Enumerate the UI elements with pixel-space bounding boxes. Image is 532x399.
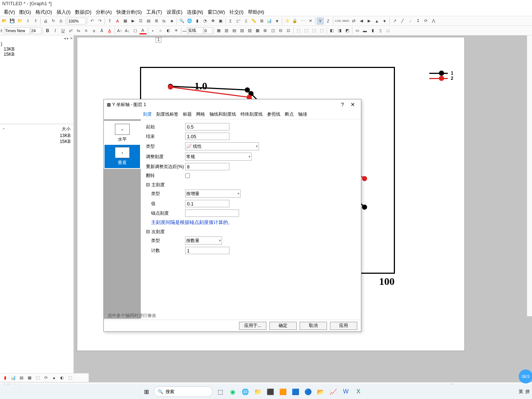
mt1-icon[interactable]: ▮ xyxy=(1,374,9,382)
type-select[interactable]: 📈 线性▾ xyxy=(185,142,259,150)
layer2-icon[interactable]: ▥ xyxy=(223,27,230,34)
net-icon[interactable]: ◈ xyxy=(168,17,175,25)
wand-icon[interactable]: ✨ xyxy=(283,17,291,25)
merge-icon[interactable]: ⊞ xyxy=(262,27,269,34)
app1-icon[interactable]: ⬛ xyxy=(265,386,276,397)
project-tree[interactable]: ◂ ▸ ✕ ) 13KB 15KB xyxy=(0,35,74,124)
point1-icon[interactable]: • xyxy=(149,27,157,34)
folder-tb-icon[interactable]: 📂 xyxy=(316,386,326,397)
grid3-icon[interactable]: ⊟ xyxy=(277,27,284,34)
linewidth-select[interactable] xyxy=(204,27,212,34)
maj-type-select[interactable]: 按增量▾ xyxy=(185,190,241,198)
w2-icon[interactable]: ▬ xyxy=(361,27,369,34)
cancel-button[interactable]: 取消 xyxy=(300,322,327,330)
text-icon[interactable]: T xyxy=(106,17,113,25)
light-icon[interactable]: ☀ xyxy=(173,27,180,34)
layer6-icon[interactable]: ▩ xyxy=(254,27,261,34)
mt2-icon[interactable]: 📊 xyxy=(10,374,17,382)
world-icon[interactable]: 🌐 xyxy=(186,17,193,25)
import-icon[interactable]: ⇩ xyxy=(24,17,31,25)
grid4-icon[interactable]: ⊡ xyxy=(285,27,292,34)
w5-icon[interactable]: □ xyxy=(385,27,392,34)
app2-icon[interactable]: 🟧 xyxy=(278,386,288,397)
menu-graph[interactable]: 图(G) xyxy=(17,8,33,16)
tab-break[interactable]: 断点 xyxy=(285,111,294,117)
underline-icon[interactable]: U xyxy=(59,27,67,34)
mt4-icon[interactable]: ▦ xyxy=(26,374,33,382)
left-icon[interactable]: ◀ xyxy=(358,17,365,25)
g2-icon[interactable]: ⬚ xyxy=(303,27,310,34)
curve-icon[interactable]: ⟋ xyxy=(406,17,414,25)
pin-icon[interactable]: ↧ xyxy=(414,17,422,25)
sub-icon[interactable]: x₂ xyxy=(75,27,82,34)
tree-tabs[interactable]: ◂ ▸ ✕ xyxy=(64,36,73,40)
search-box[interactable]: 🔍搜索 xyxy=(154,386,213,397)
stats-icon[interactable]: ⫍ xyxy=(235,17,242,25)
subsup-icon[interactable]: xᵢ xyxy=(83,27,90,34)
pie-icon[interactable]: ◔ xyxy=(201,17,209,25)
dec-icon[interactable]: A↓ xyxy=(124,27,131,34)
folder-icon[interactable]: 📁 xyxy=(16,17,24,25)
linestyle-select[interactable] xyxy=(187,27,203,34)
w3-icon[interactable]: ▮ xyxy=(369,27,376,34)
swap-icon[interactable]: ⇄ xyxy=(350,17,357,25)
menu-window[interactable]: 窗口(W) xyxy=(205,8,227,16)
y-axis-icon[interactable]: Y xyxy=(317,17,324,25)
help-icon[interactable]: ? xyxy=(337,102,348,108)
font-select[interactable] xyxy=(4,27,30,34)
menu-social[interactable]: 社交(I) xyxy=(227,8,246,16)
lock-icon[interactable]: 🔒 xyxy=(291,17,299,25)
flip-checkbox[interactable] xyxy=(185,173,190,178)
g3-icon[interactable]: ⬚ xyxy=(310,27,318,34)
video-icon[interactable]: ▶ xyxy=(129,17,137,25)
menu-view[interactable]: 看(V) xyxy=(1,8,17,16)
fontcolor-icon[interactable]: A xyxy=(106,27,113,34)
layer5-icon[interactable]: ▨ xyxy=(246,27,253,34)
italic-icon[interactable]: I xyxy=(52,27,59,34)
major-header[interactable]: ⊟ 主刻度 xyxy=(146,182,356,188)
open-icon[interactable]: 📂 xyxy=(1,17,8,25)
rescale-select[interactable]: 常规▾ xyxy=(185,153,252,161)
mt9-icon[interactable]: ⬚ xyxy=(66,374,74,382)
z-axis-icon[interactable]: Z xyxy=(324,17,332,25)
filter-icon[interactable]: ▼ xyxy=(273,17,281,25)
edge2-icon[interactable]: 🔵 xyxy=(303,386,313,397)
menu-analysis[interactable]: 分析(A) xyxy=(93,8,114,16)
chrome-icon[interactable]: 🌐 xyxy=(240,386,250,397)
point3-icon[interactable]: ◐ xyxy=(165,27,172,34)
w4-icon[interactable]: ▯ xyxy=(377,27,384,34)
apply-button[interactable]: 应用 xyxy=(330,322,357,330)
down-icon[interactable]: ▼ xyxy=(381,17,388,25)
align-icon[interactable]: ⊞ xyxy=(258,17,265,25)
menu-settings[interactable]: 设置(E) xyxy=(164,8,185,16)
axis-horizontal[interactable]: ⍅水平 xyxy=(105,122,140,145)
zoomin-icon[interactable]: 🔍 xyxy=(178,17,185,25)
menu-connect[interactable]: 连接(N) xyxy=(185,8,205,16)
save-icon[interactable]: 💾 xyxy=(8,17,16,25)
mag-icon[interactable]: MAG xyxy=(342,17,349,25)
ext-icon[interactable]: ◫ xyxy=(269,27,277,34)
ime-mode[interactable]: 拼 xyxy=(525,389,530,395)
peak-icon[interactable]: ⋀ xyxy=(430,17,437,25)
menu-quick[interactable]: 快捷分析(S) xyxy=(114,8,144,16)
g4-icon[interactable]: ⬚ xyxy=(318,27,325,34)
inc-icon[interactable]: A↑ xyxy=(116,27,123,34)
clock-widget[interactable]: 06:5 xyxy=(519,369,532,383)
sp3-icon[interactable]: ◩ xyxy=(344,27,351,34)
origin-icon[interactable]: 📈 xyxy=(328,386,338,397)
min-cnt-input[interactable] xyxy=(185,247,229,254)
tree-item[interactable]: ) xyxy=(1,41,73,47)
menu-help[interactable]: 帮助(H) xyxy=(246,8,266,16)
list-icon[interactable]: ☰ xyxy=(137,17,144,25)
highlight-icon[interactable]: A xyxy=(139,27,147,34)
sum-icon[interactable]: Σ xyxy=(227,17,234,25)
refresh-icon[interactable]: ↻ xyxy=(50,17,57,25)
trace-icon[interactable]: ⟳ xyxy=(422,17,429,25)
export-icon[interactable]: ⇪ xyxy=(32,17,39,25)
list-item[interactable]: 13KB xyxy=(1,133,72,139)
mt6-icon[interactable]: ⟳ xyxy=(42,374,50,382)
tab-ticklabels[interactable]: 刻度线标签 xyxy=(156,111,178,117)
tab-scale[interactable]: 刻度 xyxy=(143,111,152,117)
word-icon[interactable]: W xyxy=(341,386,351,397)
tab-grid[interactable]: 网格 xyxy=(196,111,205,117)
